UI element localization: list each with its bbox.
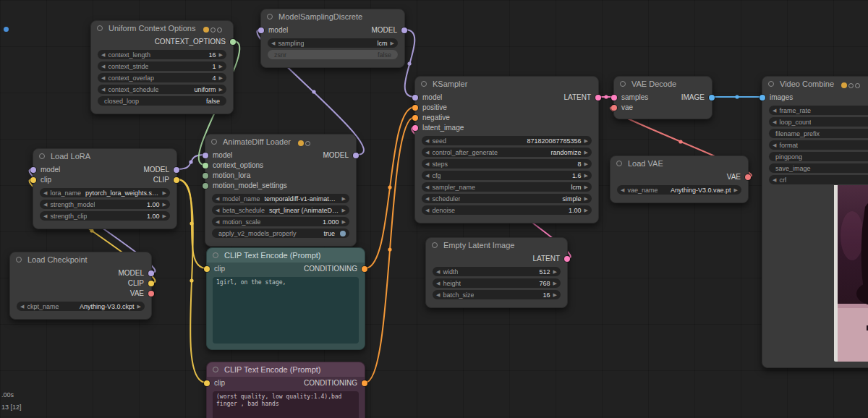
toggle-icon[interactable] xyxy=(340,231,346,236)
input-slot-images[interactable] xyxy=(760,95,765,101)
increment-icon[interactable]: ▶ xyxy=(584,138,588,144)
node-graph-canvas[interactable]: Uniform Context Options CONTEXT_OPTIONS … xyxy=(0,0,868,418)
node-clip-text-encode-negative[interactable]: CLIP Text Encode (Prompt) clip CONDITION… xyxy=(206,362,365,418)
decrement-icon[interactable]: ◀ xyxy=(271,40,275,46)
decrement-icon[interactable]: ◀ xyxy=(425,161,429,167)
widget-apply-v2-models-properly[interactable]: apply_v2_models_properlytrue xyxy=(212,229,349,238)
output-slot-model[interactable] xyxy=(353,153,359,158)
widget-strength-model[interactable]: ◀strength_model1.00▶ xyxy=(40,200,170,209)
collapse-toggle-icon[interactable] xyxy=(768,81,774,87)
decrement-icon[interactable]: ◀ xyxy=(425,150,429,155)
widget-context-overlap[interactable]: ◀context_overlap4▶ xyxy=(98,73,226,82)
input-slot-model[interactable] xyxy=(203,153,208,158)
widget-motion-scale[interactable]: ◀motion_scale1.000▶ xyxy=(212,217,349,226)
decrement-icon[interactable]: ◀ xyxy=(425,208,429,213)
widget-context-schedule[interactable]: ◀context_scheduleuniform▶ xyxy=(98,85,226,94)
increment-icon[interactable]: ▶ xyxy=(391,40,394,46)
input-slot-samples[interactable] xyxy=(611,95,617,101)
output-slot-context-options[interactable] xyxy=(230,39,236,45)
input-slot-positive[interactable] xyxy=(412,105,418,111)
input-slot-clip[interactable] xyxy=(204,266,210,272)
collapse-toggle-icon[interactable] xyxy=(267,14,273,20)
input-slot-context-options[interactable] xyxy=(203,163,208,169)
decrement-icon[interactable]: ◀ xyxy=(216,208,219,213)
decrement-icon[interactable]: ◀ xyxy=(101,87,105,93)
offscreen-node-slot-dot[interactable] xyxy=(4,27,9,32)
widget-control-after-generate[interactable]: ◀control_after_generaterandomize▶ xyxy=(422,148,592,157)
decrement-icon[interactable]: ◀ xyxy=(43,202,47,208)
increment-icon[interactable]: ▶ xyxy=(553,269,557,275)
widget-sampler-name[interactable]: ◀sampler_namelcm▶ xyxy=(422,182,592,192)
decrement-icon[interactable]: ◀ xyxy=(425,138,429,144)
widget-steps[interactable]: ◀steps8▶ xyxy=(422,159,592,169)
node-load-lora[interactable]: Load LoRA model MODEL clip CLIP ◀lora_na… xyxy=(33,148,177,229)
node-load-checkpoint[interactable]: Load Checkpoint MODEL CLIP VAE ◀ckpt_nam… xyxy=(9,252,152,320)
input-slot-model[interactable] xyxy=(30,167,36,173)
widget-denoise[interactable]: ◀denoise1.00▶ xyxy=(422,205,592,215)
increment-icon[interactable]: ▶ xyxy=(584,184,588,190)
decrement-icon[interactable]: ◀ xyxy=(101,52,105,58)
increment-icon[interactable]: ▶ xyxy=(584,173,588,179)
widget-ckpt-name[interactable]: ◀ckpt_nameAnything-V3.0.ckpt▶ xyxy=(17,302,145,311)
prompt-textarea[interactable]: (worst quality, low quality:1.4),bad fin… xyxy=(213,391,359,418)
increment-icon[interactable]: ▶ xyxy=(342,208,346,213)
collapse-toggle-icon[interactable] xyxy=(432,242,438,248)
increment-icon[interactable]: ▶ xyxy=(734,187,738,193)
node-animatediff-loader[interactable]: AnimateDiff Loader model MODEL context_o… xyxy=(205,134,357,247)
increment-icon[interactable]: ▶ xyxy=(342,219,346,225)
increment-icon[interactable]: ▶ xyxy=(163,202,166,208)
widget-beta-schedule[interactable]: ◀beta_schedulesqrt_linear (AnimateDiff)▶ xyxy=(212,205,349,215)
widget-cfg[interactable]: ◀cfg1.6▶ xyxy=(422,171,592,180)
increment-icon[interactable]: ▶ xyxy=(163,213,166,219)
decrement-icon[interactable]: ◀ xyxy=(425,196,429,202)
input-slot-latent-image[interactable] xyxy=(412,125,418,131)
widget-format[interactable]: ◀format xyxy=(769,140,868,150)
widget-vae-name[interactable]: ◀vae_nameAnything-V3.0.vae.pt▶ xyxy=(617,185,741,195)
widget-width[interactable]: ◀width512▶ xyxy=(433,267,561,276)
output-slot-image[interactable] xyxy=(709,95,715,101)
widget-context-stride[interactable]: ◀context_stride1▶ xyxy=(98,61,226,71)
input-slot-model[interactable] xyxy=(258,27,264,33)
widget-lora-name[interactable]: ◀lora_namepytorch_lora_weights.safetenso… xyxy=(40,188,170,197)
increment-icon[interactable]: ▶ xyxy=(584,150,588,155)
output-slot-model[interactable] xyxy=(148,270,154,276)
widget-filename-prefix[interactable]: filename_prefix xyxy=(769,129,868,138)
collapse-toggle-icon[interactable] xyxy=(616,161,622,166)
output-slot-vae[interactable] xyxy=(148,291,154,297)
widget-strength-clip[interactable]: ◀strength_clip1.00▶ xyxy=(40,211,170,221)
output-slot-conditioning[interactable] xyxy=(362,380,367,386)
input-slot-model[interactable] xyxy=(412,95,418,101)
decrement-icon[interactable]: ◀ xyxy=(436,281,440,286)
output-slot-clip[interactable] xyxy=(148,281,154,286)
output-slot-latent[interactable] xyxy=(595,95,601,101)
collapse-toggle-icon[interactable] xyxy=(211,139,217,145)
output-slot-latent[interactable] xyxy=(564,256,570,262)
widget-save-image[interactable]: save_image xyxy=(769,163,868,173)
node-load-vae[interactable]: Load VAE VAE ◀vae_nameAnything-V3.0.vae.… xyxy=(610,155,749,203)
increment-icon[interactable]: ▶ xyxy=(553,281,557,286)
decrement-icon[interactable]: ◀ xyxy=(436,269,440,275)
decrement-icon[interactable]: ◀ xyxy=(101,75,105,81)
prompt-textarea[interactable]: 1girl, on the stage, xyxy=(213,277,359,344)
collapse-toggle-icon[interactable] xyxy=(421,81,427,87)
decrement-icon[interactable]: ◀ xyxy=(773,177,776,183)
widget-loop-count[interactable]: ◀loop_count xyxy=(769,117,868,127)
input-slot-clip[interactable] xyxy=(30,177,36,183)
node-modelsamplingdiscrete[interactable]: ModelSamplingDiscrete model MODEL ◀sampl… xyxy=(260,9,405,68)
increment-icon[interactable]: ▶ xyxy=(219,75,223,81)
decrement-icon[interactable]: ◀ xyxy=(621,187,624,193)
output-slot-model[interactable] xyxy=(174,167,179,173)
input-slot-clip[interactable] xyxy=(204,380,210,386)
collapse-toggle-icon[interactable] xyxy=(213,367,218,372)
widget-pingpong[interactable]: pingpong xyxy=(769,152,868,161)
decrement-icon[interactable]: ◀ xyxy=(43,190,47,196)
node-uniform-context-options[interactable]: Uniform Context Options CONTEXT_OPTIONS … xyxy=(90,20,234,114)
increment-icon[interactable]: ▶ xyxy=(163,190,166,196)
node-vae-decode[interactable]: VAE Decode samples IMAGE vae xyxy=(613,76,712,119)
output-slot-model[interactable] xyxy=(401,27,407,33)
decrement-icon[interactable]: ◀ xyxy=(773,119,776,125)
decrement-icon[interactable]: ◀ xyxy=(43,213,47,219)
decrement-icon[interactable]: ◀ xyxy=(101,64,105,69)
collapse-toggle-icon[interactable] xyxy=(97,25,103,31)
increment-icon[interactable]: ▶ xyxy=(342,196,346,202)
